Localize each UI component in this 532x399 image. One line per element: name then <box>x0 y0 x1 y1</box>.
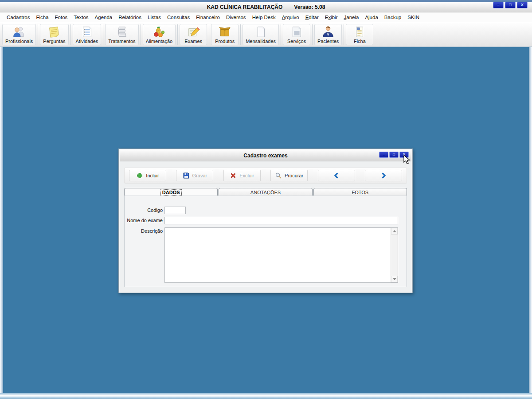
gravar-button-label: Gravar <box>192 173 207 178</box>
patient-icon <box>321 25 335 39</box>
toolbar-separator <box>209 24 209 45</box>
toolbar-separator <box>281 24 281 45</box>
record-file-icon <box>353 25 366 39</box>
descricao-textarea[interactable] <box>164 227 398 283</box>
menu-item-janela[interactable]: Janela <box>341 14 362 21</box>
maximize-button[interactable]: □ <box>505 2 516 8</box>
menu-item-agenda[interactable]: Agenda <box>92 14 116 21</box>
window-left-border <box>0 47 3 393</box>
tab-fotos[interactable]: FOTOS <box>313 188 407 196</box>
dialog-tabs: DADOSANOTAÇÕESFOTOS <box>124 188 407 196</box>
menu-item-ajuda[interactable]: Ajuda <box>362 14 381 21</box>
menu-item-diversos[interactable]: Diversos <box>223 14 249 21</box>
toolbar-button-produtos[interactable]: Produtos <box>211 24 239 45</box>
service-doc-icon <box>290 25 303 39</box>
dados-tab-panel: Codigo Nome do exame Descrição <box>124 196 407 287</box>
toolbar-button-atividades[interactable]: Atividades <box>73 24 102 45</box>
menu-item-exibir[interactable]: Exibir <box>322 14 341 21</box>
toolbar-button-mensalidades[interactable]: Mensalidades <box>243 24 279 45</box>
excluir-button-label: Excluir <box>239 173 254 178</box>
chevron-right-icon <box>380 172 387 179</box>
dialog-minimize-button[interactable]: – <box>379 152 388 158</box>
menu-bar: CadastrosFichaFotosTextosAgendaRelatório… <box>0 12 532 22</box>
procurar-button[interactable]: Procurar <box>270 170 308 181</box>
toolbar-button-alimentacao[interactable]: Alimentação <box>143 24 176 45</box>
toolbar-button-label: Perguntas <box>43 39 65 44</box>
previous-button[interactable] <box>318 170 355 181</box>
toolbar-separator <box>312 24 313 45</box>
sheet-icon <box>254 25 267 39</box>
dialog-maximize-button[interactable]: □ <box>389 152 399 158</box>
codigo-input[interactable] <box>164 207 186 214</box>
menu-item-cadastros[interactable]: Cadastros <box>4 14 33 21</box>
paper-stack-icon <box>115 25 129 39</box>
window-controls: – □ X <box>493 2 528 8</box>
menu-item-consultas[interactable]: Consultas <box>164 14 193 21</box>
close-button[interactable]: X <box>517 2 528 8</box>
main-toolbar: ProfissionaisPerguntasAtividadesTratamen… <box>0 22 532 47</box>
menu-item-relatorios[interactable]: Relatórios <box>115 14 145 21</box>
descricao-field-wrap <box>164 227 398 283</box>
menu-item-textos[interactable]: Textos <box>70 14 91 21</box>
menu-item-listas[interactable]: Listas <box>145 14 164 21</box>
toolbar-button-label: Mensalidades <box>246 39 276 44</box>
menu-item-arquivo[interactable]: Arquivo <box>279 14 302 21</box>
menu-item-editar[interactable]: Editar <box>302 14 322 21</box>
toolbar-button-label: Exames <box>184 39 202 44</box>
toolbar-separator <box>344 24 344 45</box>
box-icon <box>218 25 231 39</box>
app-title: KAD CLÍNICA REABILITAÇÃO <box>207 4 283 10</box>
toolbar-button-label: Alimentação <box>146 39 173 44</box>
excluir-button: Excluir <box>223 170 261 181</box>
toolbar-button-pacientes[interactable]: Pacientes <box>314 24 342 45</box>
dialog-close-button[interactable]: X <box>399 152 409 158</box>
gravar-button: Gravar <box>176 170 213 181</box>
toolbar-button-ficha[interactable]: Ficha <box>346 24 373 45</box>
menu-item-financeiro[interactable]: Financeiro <box>193 14 223 21</box>
delete-x-icon <box>230 172 237 179</box>
sticky-note-icon <box>47 25 61 39</box>
dialog-titlebar[interactable]: Cadastro exames <box>120 150 411 161</box>
tab-anotacoes[interactable]: ANOTAÇÕES <box>219 188 312 196</box>
nome-do-exame-input[interactable] <box>164 217 398 224</box>
toolbar-button-label: Tratamentos <box>108 39 135 44</box>
toolbar-separator <box>38 24 38 45</box>
nome-do-exame-row: Nome do exame <box>125 217 398 224</box>
scroll-down-arrow-icon[interactable] <box>391 276 398 282</box>
toolbar-button-profissionais[interactable]: Profissionais <box>2 24 36 45</box>
toolbar-separator <box>177 24 178 45</box>
nome-do-exame-label: Nome do exame <box>125 217 164 224</box>
main-titlebar[interactable]: KAD CLÍNICA REABILITAÇÃO Versão: 5.08 <box>0 2 532 12</box>
app-version: Versão: 5.08 <box>294 4 325 10</box>
menu-item-fotos[interactable]: Fotos <box>52 14 71 21</box>
dialog-controls: – □ X <box>379 152 409 158</box>
menu-item-skin[interactable]: SKIN <box>404 14 422 21</box>
toolbar-button-tratamentos[interactable]: Tratamentos <box>105 24 138 45</box>
toolbar-button-servicos[interactable]: Serviços <box>283 24 310 45</box>
magnifier-icon <box>275 172 282 179</box>
scroll-up-arrow-icon[interactable] <box>391 228 398 235</box>
tab-label: DADOS <box>161 190 181 195</box>
toolbar-button-label: Atividades <box>76 39 98 44</box>
procurar-button-label: Procurar <box>285 173 303 178</box>
dialog-toolbar: IncluirGravarExcluirProcurar <box>124 168 407 184</box>
window-right-border <box>529 47 532 393</box>
toolbar-button-label: Profissionais <box>5 39 33 44</box>
incluir-button[interactable]: Incluir <box>129 170 166 181</box>
toolbar-separator <box>141 24 141 45</box>
menu-item-backup[interactable]: Backup <box>381 14 404 21</box>
menu-item-help-desk[interactable]: Help Desk <box>249 14 279 21</box>
descricao-label: Descrição <box>125 227 164 283</box>
tab-dados[interactable]: DADOS <box>124 188 218 196</box>
cadastro-exames-dialog: Cadastro exames – □ X IncluirGravarExclu… <box>118 149 413 293</box>
minimize-button[interactable]: – <box>493 2 504 8</box>
toolbar-separator <box>240 24 241 45</box>
descricao-scrollbar[interactable] <box>391 228 398 282</box>
toolbar-button-perguntas[interactable]: Perguntas <box>40 24 68 45</box>
notepad-icon <box>80 25 94 39</box>
toolbar-button-exames[interactable]: Exames <box>180 24 207 45</box>
tab-label: FOTOS <box>352 190 368 195</box>
next-button[interactable] <box>365 170 402 181</box>
exam-pencil-icon <box>187 25 200 39</box>
menu-item-ficha[interactable]: Ficha <box>33 14 51 21</box>
